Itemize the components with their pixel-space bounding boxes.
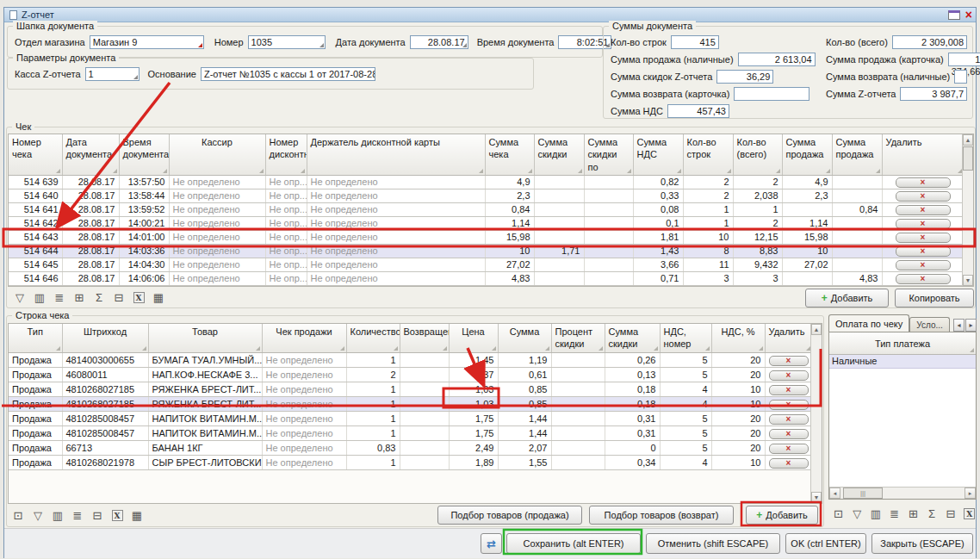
column-header[interactable]: НДС, % bbox=[711, 324, 765, 352]
sale-card-field[interactable]: 1 374,66 bbox=[948, 53, 980, 66]
column-header[interactable]: Держатель дисконтной карты bbox=[307, 134, 485, 175]
table-row[interactable]: 514 64328.08.1714:01:00Не определеноНе о… bbox=[9, 230, 964, 244]
delete-row-button[interactable]: × bbox=[896, 205, 951, 215]
numbered-list-icon[interactable]: ≣ bbox=[69, 507, 86, 523]
column-header[interactable]: Удалить bbox=[765, 324, 812, 352]
table-row[interactable]: 514 64028.08.1713:58:44Не определеноНе о… bbox=[9, 189, 964, 202]
table-row[interactable]: 514 64728.08.1714:06:53Не определеноНе о… bbox=[9, 285, 964, 287]
column-header[interactable]: Сумма чека bbox=[485, 134, 534, 175]
delete-row-button[interactable]: × bbox=[769, 444, 809, 454]
pick-goods-return-button[interactable]: Подбор товаров (возврат) bbox=[589, 506, 734, 525]
filter-icon[interactable]: ▽ bbox=[849, 506, 865, 521]
delete-row-button[interactable]: × bbox=[769, 458, 809, 469]
close-window-button[interactable]: Закрыть (ESCAPE) bbox=[871, 533, 973, 554]
printer-icon[interactable]: ⊟ bbox=[110, 289, 127, 305]
column-header[interactable]: Сумма продажа bbox=[832, 134, 882, 175]
delete-row-button[interactable]: × bbox=[896, 191, 951, 202]
column-header[interactable]: Штрихкод bbox=[62, 324, 148, 352]
scroll-down-button[interactable]: ▼ bbox=[963, 275, 973, 286]
line-count-field[interactable]: 415 bbox=[671, 35, 719, 49]
table-row[interactable]: 514 64628.08.1714:06:06Не определеноНе о… bbox=[9, 271, 964, 285]
scroll-down-button[interactable]: ▼ bbox=[811, 492, 822, 503]
column-header[interactable]: Возвращено bbox=[400, 324, 449, 352]
numbered-list-icon[interactable]: ≣ bbox=[886, 506, 902, 521]
column-header[interactable]: Количество bbox=[346, 324, 400, 352]
tab-conditions[interactable]: Усло... bbox=[909, 317, 950, 332]
sum-icon[interactable]: Σ bbox=[90, 289, 108, 305]
table-row[interactable]: Продажа46080011НАП.КОФ.НЕСКАФЕ 3...Не оп… bbox=[9, 367, 812, 382]
tree-icon[interactable]: ⊡ bbox=[9, 507, 27, 523]
table-row[interactable]: Продажа66713БАНАН 1КГНе определено0,832,… bbox=[9, 440, 812, 455]
add-receipt-button[interactable]: + Добавить bbox=[805, 289, 889, 307]
column-header[interactable]: Кол-во (всего) bbox=[733, 134, 782, 175]
column-header[interactable]: Время документа bbox=[119, 134, 169, 175]
numbered-list-icon[interactable]: ≣ bbox=[51, 289, 68, 305]
column-header[interactable]: Сумма скидки bbox=[534, 134, 584, 175]
scrollbar-thumb[interactable]: ||| bbox=[843, 488, 883, 499]
filter-icon[interactable]: ▽ bbox=[29, 507, 47, 523]
delete-row-button[interactable]: × bbox=[769, 414, 809, 425]
column-header[interactable]: Номер чека bbox=[9, 134, 62, 175]
grid-settings-icon[interactable]: ▦ bbox=[128, 507, 146, 523]
delete-row-button[interactable]: × bbox=[896, 260, 951, 270]
excel-icon[interactable]: X bbox=[109, 507, 126, 523]
tree-icon[interactable]: ⊡ bbox=[830, 506, 847, 521]
cash-register-field[interactable]: 1 bbox=[85, 67, 140, 81]
column-header[interactable]: Кассир bbox=[169, 134, 265, 175]
basis-field[interactable]: Z-отчет №1035 с кассы 1 от 2017-08-28 bbox=[201, 67, 375, 81]
column-header[interactable]: НДС, номер bbox=[660, 324, 711, 352]
tab-payment[interactable]: Оплата по чеку bbox=[828, 314, 909, 332]
scroll-up-button[interactable]: ▲ bbox=[811, 324, 822, 335]
columns-icon[interactable]: ▥ bbox=[49, 507, 66, 523]
pick-goods-sale-button[interactable]: Подбор товаров (продажа) bbox=[437, 506, 582, 525]
vertical-scrollbar[interactable]: ▲ ▼ bbox=[962, 134, 973, 286]
refresh-button[interactable]: ⇄ bbox=[481, 533, 502, 554]
table-row[interactable]: Продажа4810285008457НАПИТОК ВИТАМИН.М...… bbox=[9, 425, 812, 440]
title-bar[interactable]: Z-отчет × bbox=[4, 8, 976, 22]
grid-settings-icon[interactable]: ▦ bbox=[150, 289, 167, 305]
column-header[interactable]: Кол-во строк bbox=[683, 134, 733, 175]
cancel-button[interactable]: Отменить (shift ESCAPE) bbox=[646, 533, 780, 554]
column-header[interactable]: Тип bbox=[9, 324, 62, 352]
table-row[interactable]: 514 63928.08.1713:57:50Не определеноНе о… bbox=[9, 175, 964, 189]
number-field[interactable]: 1035 bbox=[248, 35, 326, 49]
scroll-up-button[interactable]: ▲ bbox=[963, 134, 973, 146]
return-card-field[interactable] bbox=[734, 87, 809, 101]
doc-date-field[interactable]: 28.08.17 bbox=[410, 35, 468, 49]
sum-icon[interactable]: Σ bbox=[924, 506, 940, 521]
column-header[interactable]: Номер дисконтн bbox=[265, 134, 307, 175]
excel-icon[interactable]: X bbox=[961, 506, 977, 521]
add-line-button[interactable]: + Добавить bbox=[746, 506, 818, 525]
zreport-sum-field[interactable]: 3 987,7 bbox=[900, 87, 967, 101]
column-header[interactable]: Процент скидки bbox=[551, 324, 605, 352]
columns-icon[interactable]: ▥ bbox=[31, 289, 48, 305]
table-row[interactable]: 514 64228.08.1714:00:21Не определеноНе о… bbox=[9, 216, 964, 230]
qty-total-field[interactable]: 2 309,008 bbox=[892, 35, 967, 49]
return-cash-field[interactable] bbox=[954, 70, 967, 84]
horizontal-scrollbar[interactable]: ◂ ||| ▸ bbox=[829, 487, 976, 499]
delete-row-button[interactable]: × bbox=[769, 400, 809, 410]
table-row[interactable]: 514 64428.08.1714:03:36Не определеноНе о… bbox=[9, 244, 964, 258]
sale-cash-field[interactable]: 2 613,04 bbox=[738, 53, 816, 66]
table-row[interactable]: 514 64528.08.1714:04:30Не определеноНе о… bbox=[9, 258, 964, 271]
excel-icon[interactable]: X bbox=[130, 289, 147, 305]
delete-row-button[interactable]: × bbox=[896, 233, 951, 243]
scrollbar-thumb[interactable] bbox=[963, 146, 973, 171]
scroll-right-button[interactable]: ▸ bbox=[964, 488, 976, 499]
delete-row-button[interactable]: × bbox=[769, 385, 809, 395]
table-row[interactable]: Продажа4814003000655БУМАГА ТУАЛ.УМНЫЙ...… bbox=[9, 352, 812, 367]
delete-row-button[interactable]: × bbox=[896, 246, 951, 257]
payment-type-column-header[interactable]: Тип платежа bbox=[829, 332, 976, 355]
tab-scroll-right-button[interactable]: ▸ bbox=[965, 319, 977, 332]
ok-button[interactable]: OK (ctrl ENTER) bbox=[785, 533, 866, 554]
delete-row-button[interactable]: × bbox=[896, 219, 951, 229]
delete-row-button[interactable]: × bbox=[896, 274, 951, 284]
column-header[interactable]: Сумма bbox=[498, 324, 551, 352]
calculator-icon[interactable]: ⊞ bbox=[905, 506, 921, 521]
payment-row[interactable]: Наличные bbox=[829, 355, 976, 369]
column-header[interactable]: Товар bbox=[148, 324, 262, 352]
printer-icon[interactable]: ⊟ bbox=[89, 507, 106, 523]
table-row[interactable]: Продажа4810285008457НАПИТОК ВИТАМИН.М...… bbox=[9, 411, 812, 425]
table-row[interactable]: Продажа4810268027185РЯЖЕНКА БРЕСТ-ЛИТ...… bbox=[9, 382, 812, 396]
delete-row-button[interactable]: × bbox=[896, 177, 951, 188]
